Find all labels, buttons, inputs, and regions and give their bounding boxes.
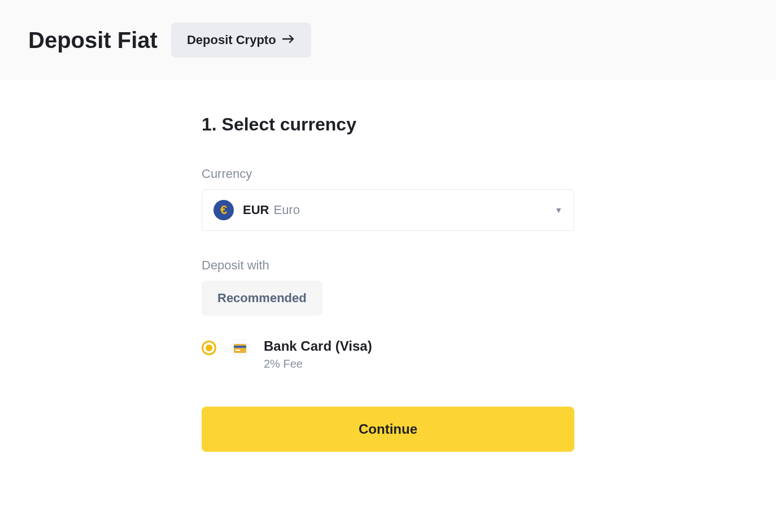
caret-down-icon: ▼ [555, 206, 563, 215]
deposit-with-label: Deposit with [202, 258, 574, 273]
payment-option-bank-card[interactable]: Bank Card (Visa) 2% Fee [202, 338, 574, 370]
continue-button[interactable]: Continue [202, 407, 574, 452]
currency-code: EUR [243, 203, 269, 217]
euro-icon: € [213, 200, 234, 220]
recommended-tab[interactable]: Recommended [202, 281, 322, 316]
currency-select[interactable]: € EUR Euro ▼ [202, 189, 574, 231]
svg-rect-0 [234, 344, 246, 353]
main-content: 1. Select currency Currency € EUR Euro ▼… [0, 80, 776, 452]
payment-option-fee: 2% Fee [264, 357, 372, 370]
payment-option-title: Bank Card (Visa) [264, 338, 372, 354]
page-header: Deposit Fiat Deposit Crypto [0, 0, 776, 80]
svg-rect-2 [236, 350, 240, 351]
payment-text: Bank Card (Visa) 2% Fee [264, 338, 372, 370]
credit-card-icon [230, 338, 250, 359]
svg-rect-1 [234, 346, 246, 348]
page-title: Deposit Fiat [28, 28, 158, 53]
radio-selected-icon [202, 341, 216, 355]
step-title: 1. Select currency [202, 114, 574, 135]
form-container: 1. Select currency Currency € EUR Euro ▼… [202, 114, 574, 452]
deposit-crypto-label: Deposit Crypto [187, 33, 276, 47]
deposit-crypto-button[interactable]: Deposit Crypto [171, 23, 311, 58]
currency-label: Currency [202, 167, 574, 181]
currency-name: Euro [273, 203, 299, 217]
arrow-right-icon [282, 33, 295, 47]
